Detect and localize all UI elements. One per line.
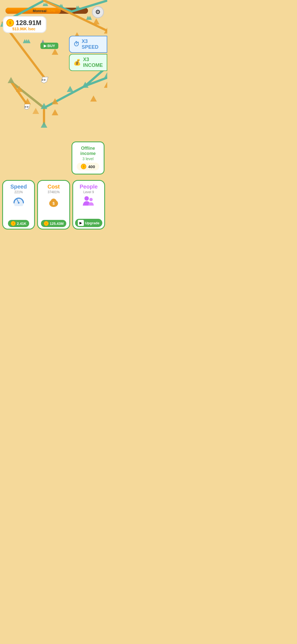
cost-card-subtitle: 37481% bbox=[48, 190, 60, 194]
speed-multiplier-button[interactable]: ⏱ X3 SPEED bbox=[69, 36, 107, 53]
speed-card-price: $ 2.41K bbox=[8, 220, 29, 227]
offline-income-cost: $ 400 bbox=[77, 163, 99, 170]
speed-card-title: Speed bbox=[10, 184, 27, 190]
money-rate: 513.96K /sec bbox=[6, 27, 41, 31]
money-bag-icon: $ bbox=[47, 195, 61, 210]
speedometer-icon bbox=[12, 195, 26, 209]
income-coin-icon: 💰 bbox=[73, 59, 81, 66]
speed-price-coin-icon: $ bbox=[11, 221, 16, 226]
svg-marker-43 bbox=[52, 49, 58, 55]
upgrade-button[interactable]: ▶ Upgrade bbox=[75, 219, 102, 227]
offline-coin-icon: $ bbox=[81, 164, 86, 169]
income-multiplier-label: X3 INCOME bbox=[83, 57, 103, 68]
cost-card-price: $ 125.43M bbox=[41, 220, 67, 227]
location-percent: 67% bbox=[48, 9, 55, 13]
cost-price-value: 125.43M bbox=[50, 222, 64, 226]
bottom-cards: Speed 221% $ 2.41K Cost 37481% bbox=[0, 177, 107, 232]
svg-marker-51 bbox=[90, 95, 97, 102]
people-icon bbox=[81, 195, 96, 210]
svg-marker-38 bbox=[67, 86, 73, 92]
offline-income-level: 3 level bbox=[77, 157, 99, 161]
speed-multiplier-label: X3 SPEED bbox=[82, 39, 98, 50]
svg-point-61 bbox=[84, 196, 89, 201]
svg-point-62 bbox=[89, 198, 93, 201]
speed-card-subtitle: 221% bbox=[14, 190, 23, 194]
location-badge: Monreal 67% bbox=[0, 8, 88, 14]
cost-card-title: Cost bbox=[48, 184, 60, 190]
offline-cost-value: 400 bbox=[88, 164, 95, 169]
money-amount: 128.91M bbox=[16, 19, 41, 27]
play-icon: ▶ bbox=[78, 220, 84, 226]
svg-text:$: $ bbox=[53, 201, 55, 206]
money-display: $ 128.91M 513.96K /sec bbox=[3, 16, 46, 33]
cost-price-coin-icon: $ bbox=[44, 221, 49, 226]
svg-marker-49 bbox=[32, 108, 39, 114]
svg-marker-50 bbox=[104, 82, 107, 88]
svg-text:▶▶: ▶▶ bbox=[25, 105, 29, 108]
cost-card[interactable]: Cost 37481% $ $ 125.43M bbox=[37, 180, 70, 230]
buy-button[interactable]: ▶ BUY bbox=[40, 43, 58, 49]
svg-point-55 bbox=[18, 202, 20, 204]
offline-income-title: Offlineincome bbox=[77, 146, 99, 156]
svg-line-3 bbox=[44, 1, 107, 31]
svg-marker-36 bbox=[104, 72, 107, 78]
speed-clock-icon: ⏱ bbox=[73, 41, 79, 48]
speed-price-value: 2.41K bbox=[17, 222, 26, 226]
people-card-subtitle: Level 9 bbox=[83, 190, 94, 194]
people-card-title: People bbox=[80, 184, 98, 190]
multipliers-panel: ⏱ X3 SPEED 💰 X3 INCOME bbox=[69, 36, 107, 72]
svg-marker-39 bbox=[41, 122, 47, 128]
svg-line-6 bbox=[44, 86, 85, 108]
svg-text:▶▶: ▶▶ bbox=[42, 78, 46, 81]
coin-icon: $ bbox=[6, 19, 14, 27]
location-name: Monreal bbox=[33, 9, 46, 13]
people-card[interactable]: People Level 9 ▶ Upgrade bbox=[72, 180, 105, 230]
svg-marker-41 bbox=[93, 18, 100, 24]
speed-card[interactable]: Speed 221% $ 2.41K bbox=[2, 180, 35, 230]
offline-income-card[interactable]: Offlineincome 3 level $ 400 bbox=[72, 141, 105, 174]
svg-marker-48 bbox=[52, 109, 58, 115]
upgrade-label: Upgrade bbox=[85, 221, 100, 225]
income-multiplier-button[interactable]: 💰 X3 INCOME bbox=[69, 54, 107, 71]
svg-marker-44 bbox=[8, 77, 14, 83]
